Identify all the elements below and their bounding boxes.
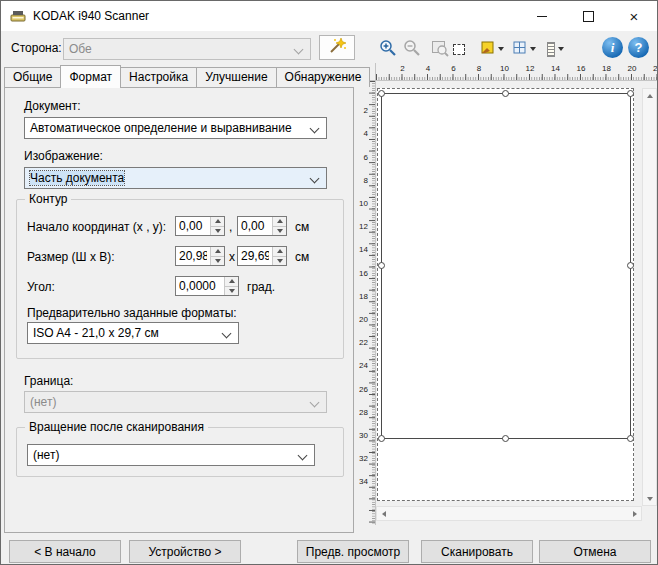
minimize-icon [537,16,547,17]
size-height-input[interactable] [238,247,272,265]
h-ruler-number: 18 [601,64,613,73]
cancel-button[interactable]: Отмена [539,540,651,563]
select-area-icon [453,44,465,55]
tab-detection[interactable]: Обнаружение [276,67,371,87]
help-button[interactable]: ? [628,37,649,58]
scan-button[interactable]: Сканировать [421,540,533,563]
grid-overlay-button[interactable] [513,38,536,60]
origin-comma: , [229,220,232,234]
origin-x-spinner [175,216,225,236]
titlebar: KODAK i940 Scanner × [1,1,657,31]
origin-x-spin-buttons [210,217,224,235]
selection-handle-top-center[interactable] [502,90,509,97]
size-width-spinner [175,246,225,266]
selection-handle-middle-right[interactable] [627,262,634,269]
v-ruler-number: 34 [359,477,368,486]
size-width-input[interactable] [176,247,210,265]
origin-y-input[interactable] [238,217,272,235]
spin-up-icon[interactable] [211,217,224,227]
units-button[interactable] [547,38,564,60]
spin-up-icon[interactable] [273,217,286,227]
angle-input[interactable] [176,277,224,295]
tab-enhancement[interactable]: Улучшение [196,67,276,87]
angle-label: Угол: [27,280,55,294]
scanner-dialog-window: KODAK i940 Scanner × Сторона: Обе [0,0,658,565]
info-button[interactable]: i [602,37,623,58]
device-button[interactable]: Устройство > [129,540,241,563]
preview-button[interactable]: Предв. просмотр [297,540,409,563]
selection-rect[interactable] [381,93,631,439]
close-icon: × [630,8,639,25]
scroll-up-icon[interactable] [643,89,656,102]
origin-label: Начало координат (x , y): [27,220,166,234]
minimize-button[interactable] [519,1,565,31]
tab-format[interactable]: Формат [60,65,121,88]
angle-spinner [175,276,239,296]
document-combo[interactable]: Автоматическое определение и выравнивани… [24,117,327,139]
format-tab-pane: Документ: Автоматическое определение и в… [4,87,354,533]
size-unit: см [295,250,309,264]
v-ruler: 246810121416182022242628303234 [359,81,376,525]
image-settings-button[interactable] [319,35,355,60]
size-height-spin-buttons [272,247,286,265]
scroll-down-icon[interactable] [643,492,656,505]
close-button[interactable]: × [611,1,657,31]
spin-down-icon[interactable] [211,257,224,266]
spin-up-icon[interactable] [225,277,238,287]
maximize-button[interactable] [565,1,611,31]
spin-up-icon[interactable] [273,247,286,257]
selection-handle-bottom-center[interactable] [502,435,509,442]
side-combo: Обе [63,38,311,60]
rotation-group-title: Вращение после сканирования [25,420,208,434]
back-button[interactable]: < В начало [9,540,121,563]
tab-strip: Общие Формат Настройка Улучшение Обнаруж… [4,65,369,88]
scroll-left-icon[interactable] [377,507,390,520]
app-icon [10,8,26,24]
magic-wand-icon [327,37,347,58]
selection-handle-top-left[interactable] [378,90,385,97]
zoom-selection-icon [431,39,449,60]
overlay-color-button[interactable] [481,38,504,60]
selection-handle-bottom-right[interactable] [627,435,634,442]
origin-y-spinner [237,216,287,236]
zoom-in-button[interactable] [379,38,397,60]
tab-general[interactable]: Общие [4,67,61,87]
rotation-group: Вращение после сканирования (нет) [16,427,344,477]
selection-handle-top-right[interactable] [627,90,634,97]
v-ruler-number: 28 [359,408,368,417]
preview-horizontal-scrollbar[interactable] [376,506,642,521]
selection-handle-bottom-left[interactable] [378,435,385,442]
rotation-combo[interactable]: (нет) [27,444,315,466]
chevron-down-icon [310,174,320,184]
v-ruler-number: 18 [359,292,368,301]
presets-combo[interactable]: ISO A4 - 21,0 x 29,7 см [27,322,239,344]
chevron-down-icon [222,329,232,339]
zoom-selection-button [431,38,449,60]
selection-handle-middle-left[interactable] [378,262,385,269]
h-ruler-number: 4 [422,64,434,73]
zoom-in-icon [379,39,397,60]
chevron-down-icon [530,47,536,51]
v-ruler-number: 22 [359,338,368,347]
tab-settings[interactable]: Настройка [120,67,197,87]
spin-down-icon[interactable] [273,257,286,266]
size-width-spin-buttons [210,247,224,265]
origin-y-spin-buttons [272,217,286,235]
select-area-button[interactable] [453,38,465,60]
v-ruler-number: 10 [359,199,368,208]
h-ruler: 246810121416182022 [376,63,657,81]
h-ruler-number: 20 [626,64,638,73]
spin-down-icon[interactable] [211,227,224,236]
origin-x-input[interactable] [176,217,210,235]
image-combo[interactable]: Часть документа [24,167,327,189]
spin-down-icon[interactable] [225,287,238,296]
preview-panel: 246810121416182022 246810121416182022242… [359,63,657,525]
preview-vertical-scrollbar[interactable] [642,88,657,506]
scroll-right-icon[interactable] [628,507,641,520]
size-label: Размер (Ш x В): [27,250,115,264]
spin-up-icon[interactable] [211,247,224,257]
border-combo-value: (нет) [30,395,56,409]
angle-spin-buttons [224,277,238,295]
spin-down-icon[interactable] [273,227,286,236]
toolbar: Сторона: Обе [1,31,658,64]
